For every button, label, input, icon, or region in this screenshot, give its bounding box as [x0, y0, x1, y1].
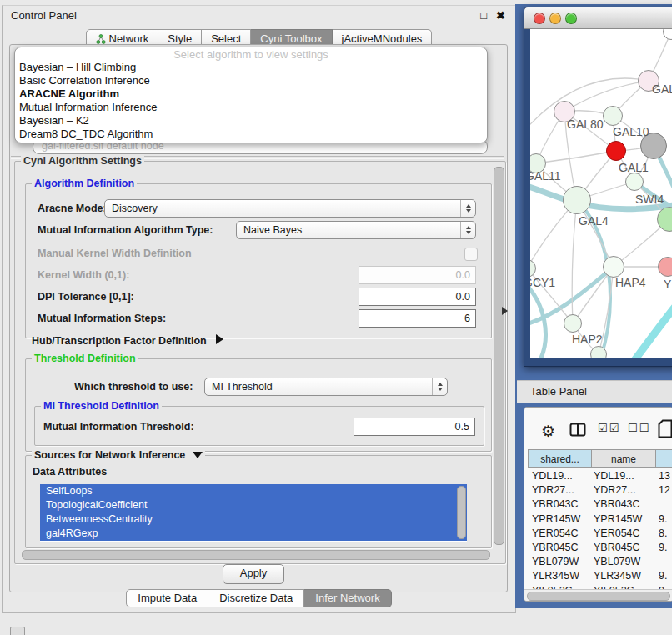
sources-group: Sources for Network Inference Data Attri…: [25, 455, 492, 548]
network-canvas[interactable]: GALGAL80GAL10GAL1GAL11SWI4GAL4GCY1HAP4YH…: [530, 29, 672, 358]
algorithm-option[interactable]: Bayesian – Hill Climbing: [15, 61, 487, 74]
mi-algorithm-type-label: Mutual Information Algorithm Type:: [38, 221, 213, 239]
kernel-width-label: Kernel Width (0,1):: [38, 266, 129, 284]
network-view-window: GALGAL80GAL10GAL1GAL11SWI4GAL4GCY1HAP4YH…: [524, 7, 672, 367]
attribute-item[interactable]: TopologicalCoefficient: [40, 498, 467, 512]
new-table-icon[interactable]: [658, 419, 672, 438]
network-icon: [96, 34, 106, 44]
node-label: Y: [664, 278, 671, 291]
network-window-titlebar[interactable]: [524, 8, 672, 29]
data-attributes-list[interactable]: SelfLoops TopologicalCoefficient Between…: [40, 484, 467, 542]
cell-value: 13: [659, 469, 672, 483]
cell-value: 9.: [659, 541, 672, 555]
manual-kernel-width-checkbox[interactable]: [464, 248, 478, 261]
cell-name: YPR145W: [594, 512, 655, 527]
cell-shared-name: YER054C: [532, 527, 592, 541]
select-all-checkboxes-icon[interactable]: ☑☑: [598, 422, 620, 434]
cell-shared-name: YBR043C: [532, 498, 592, 512]
apply-button[interactable]: Apply: [223, 564, 284, 584]
network-node[interactable]: [625, 172, 644, 191]
kernel-width-field[interactable]: 0.0: [359, 266, 476, 284]
table-body[interactable]: YDL19... YDL19... 13 YDR27... YDR27... 1…: [528, 469, 672, 589]
node-label: GAL4: [579, 214, 609, 228]
column-header-name[interactable]: name: [592, 449, 656, 468]
settings-vertical-scrollbar[interactable]: [494, 167, 504, 545]
aracne-mode-label: Aracne Mode:: [38, 199, 107, 218]
settings-gear-icon[interactable]: ⚙: [541, 422, 555, 441]
chevron-right-icon: [216, 334, 223, 344]
table-panel-window: ⚙ ☑☑ ☐☐ shared... name A YDL19... YDL19.…: [524, 407, 672, 602]
attributes-scrollbar[interactable]: [457, 486, 466, 539]
hub-section-toggle[interactable]: Hub/Transcription Factor Definition: [32, 332, 223, 350]
cell-name: YDR27...: [594, 483, 655, 498]
cell-name: YBL079W: [594, 555, 655, 569]
mi-threshold-field[interactable]: 0.5: [354, 418, 475, 436]
splitter-arrow-icon[interactable]: [502, 307, 508, 315]
group-title: Cyni Algorithm Settings: [21, 155, 144, 167]
cell-name: YER054C: [594, 527, 655, 541]
manual-kernel-width-label: Manual Kernel Width Definition: [38, 244, 192, 262]
chevron-down-icon: [193, 452, 203, 458]
column-header-third[interactable]: A: [656, 449, 672, 468]
cell-shared-name: YBR045C: [532, 541, 592, 555]
node-label: GAL10: [613, 125, 649, 138]
mi-threshold-definition-group: MI Threshold Definition Mutual Informati…: [34, 406, 484, 446]
attribute-item[interactable]: BetweennessCentrality: [40, 512, 467, 527]
network-node[interactable]: [564, 314, 582, 332]
node-label: HAP2: [572, 332, 603, 346]
node-label: HAP4: [615, 276, 646, 289]
sources-title[interactable]: Sources for Network Inference: [32, 449, 205, 461]
dpi-tolerance-label: DPI Tolerance [0,1]:: [38, 288, 134, 306]
network-node[interactable]: [658, 257, 672, 277]
network-node[interactable]: [563, 186, 591, 214]
mi-threshold-definition-title: MI Threshold Definition: [41, 400, 162, 412]
table-row[interactable]: YDL19... YDL19... 13: [528, 469, 672, 483]
attribute-item[interactable]: gal4RGexp: [40, 527, 467, 541]
close-traffic-light-icon[interactable]: [534, 12, 545, 24]
algorithm-dropdown-popup: Select algorithm to view settings Bayesi…: [14, 47, 488, 143]
table-row[interactable]: YBL079W YBL079W: [528, 555, 672, 569]
column-header-shared-name[interactable]: shared...: [528, 449, 592, 468]
mi-steps-field[interactable]: 6: [359, 309, 476, 328]
network-node[interactable]: [590, 346, 607, 358]
float-window-icon[interactable]: □: [480, 9, 487, 22]
bottom-tabbar: Impute Data Discretize Data Infer Networ…: [3, 589, 515, 608]
data-attributes-label: Data Attributes: [33, 462, 107, 481]
settings-horizontal-scrollbar[interactable]: [22, 550, 490, 560]
tab-impute-data[interactable]: Impute Data: [126, 589, 208, 608]
deselect-all-checkboxes-icon[interactable]: ☐☐: [628, 422, 650, 434]
table-row[interactable]: YBR043C YBR043C: [528, 498, 672, 512]
zoom-traffic-light-icon[interactable]: [565, 12, 577, 24]
network-node[interactable]: [603, 106, 623, 126]
table-row[interactable]: YDR27... YDR27... 12: [528, 483, 672, 498]
tab-discretize-data[interactable]: Discretize Data: [208, 589, 304, 608]
aracne-mode-combobox[interactable]: Discovery: [104, 199, 476, 218]
minimized-panel-icon[interactable]: [10, 627, 25, 635]
tab-infer-network[interactable]: Infer Network: [304, 589, 391, 608]
network-node[interactable]: [603, 256, 624, 278]
algorithm-option[interactable]: Dream8 DC_TDC Algorithm: [15, 128, 487, 141]
algorithm-option[interactable]: Basic Correlation Inference: [15, 74, 487, 88]
combo-stepper-icon: [460, 222, 475, 238]
algorithm-option[interactable]: Mutual Information Inference: [15, 101, 487, 114]
cell-value: 12: [659, 483, 672, 498]
threshold-definition-title: Threshold Definition: [32, 352, 138, 364]
columns-icon[interactable]: [569, 422, 586, 437]
algorithm-option-selected[interactable]: ARACNE Algorithm: [15, 88, 487, 101]
cell-shared-name: YDL19...: [532, 469, 592, 483]
table-hscroll-track: [524, 589, 672, 601]
minimize-traffic-light-icon[interactable]: [549, 12, 561, 24]
which-threshold-combobox[interactable]: MI Threshold: [204, 378, 448, 396]
mi-algorithm-type-combobox[interactable]: Naive Bayes: [236, 221, 476, 239]
table-horizontal-scrollbar[interactable]: [527, 592, 670, 601]
network-node[interactable]: [606, 141, 626, 161]
control-panel: Control Panel □ ✖ Network Style Select C…: [2, 5, 516, 613]
table-row[interactable]: YLR345W YLR345W 9.: [528, 569, 672, 583]
table-row[interactable]: YPR145W YPR145W 9.: [528, 512, 672, 527]
attribute-item[interactable]: SelfLoops: [40, 484, 467, 498]
algorithm-option[interactable]: Bayesian – K2: [15, 114, 487, 128]
dpi-tolerance-field[interactable]: 0.0: [359, 288, 476, 306]
table-row[interactable]: YER054C YER054C 8.: [528, 527, 672, 541]
table-row[interactable]: YBR045C YBR045C 9.: [528, 541, 672, 555]
close-window-icon[interactable]: ✖: [496, 9, 505, 22]
